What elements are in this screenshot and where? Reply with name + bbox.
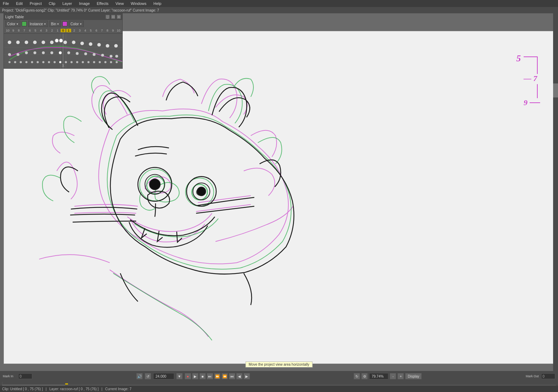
sound-button[interactable]: 🔊	[136, 373, 143, 379]
svg-point-64	[99, 61, 101, 63]
close-button[interactable]: ×	[117, 15, 121, 19]
zoom-in-button[interactable]: +	[397, 373, 404, 379]
light-table-graph: X	[4, 33, 122, 68]
svg-point-30	[89, 42, 92, 46]
status-bar-top: Project: "DickFigures-song2" Clip: "Unti…	[0, 7, 558, 13]
svg-point-20	[16, 41, 20, 44]
minimize-button[interactable]: _	[106, 15, 110, 19]
svg-point-34	[8, 53, 11, 56]
goto-end-button[interactable]: ⏭	[207, 373, 213, 379]
goto-start-button[interactable]: ⏮	[229, 373, 235, 379]
menu-windows[interactable]: Windows	[129, 1, 148, 6]
menu-file[interactable]: File	[1, 1, 11, 6]
step-back-button[interactable]: ◀	[236, 373, 243, 379]
color-dropdown[interactable]: Color ▼	[5, 21, 20, 27]
frame-forward-button[interactable]: ⏩	[214, 373, 220, 379]
frame-7-neg: 7	[22, 29, 27, 32]
color2-dropdown[interactable]: Color ▼	[69, 21, 84, 27]
stop-icon: ■	[202, 374, 204, 378]
svg-point-45	[101, 54, 104, 56]
menu-view[interactable]: View	[114, 1, 125, 6]
svg-point-49	[14, 61, 16, 63]
color-swatch-purple[interactable]	[62, 21, 67, 26]
tooltip-text: Move the project view area horizontally	[249, 363, 309, 366]
svg-point-37	[34, 51, 36, 54]
menu-bar: File Edit Project Clip Layer Image Effec…	[0, 0, 558, 7]
menu-effects[interactable]: Effects	[95, 1, 110, 6]
step-fwd-button[interactable]: ▶	[244, 373, 250, 379]
svg-point-40	[59, 51, 62, 54]
svg-point-31	[97, 43, 101, 47]
svg-point-56	[54, 61, 56, 63]
frame-4-pos: 4	[83, 29, 88, 32]
light-table-controls-group: _ □ ×	[106, 15, 121, 19]
svg-point-54	[42, 61, 45, 63]
color2-dropdown-arrow: ▼	[80, 23, 82, 25]
color-dropdown-arrow: ▼	[16, 23, 19, 25]
loop-icon: ↺	[147, 374, 149, 378]
svg-point-26	[59, 39, 63, 42]
mark-out-value[interactable]: 0	[541, 373, 555, 379]
frame-6-neg: 6	[27, 29, 32, 32]
mark-in-value[interactable]: 0	[18, 373, 32, 379]
menu-edit[interactable]: Edit	[15, 1, 24, 6]
menu-clip[interactable]: Clip	[47, 1, 57, 6]
svg-point-11	[197, 187, 206, 196]
svg-point-44	[93, 53, 96, 56]
frame-fwd-icon: ⏩	[215, 374, 219, 378]
settings-button[interactable]: ⚙	[361, 373, 368, 379]
fps-display[interactable]: 24.000	[153, 373, 174, 379]
stop-button[interactable]: ■	[199, 373, 206, 379]
fps-dropdown-btn[interactable]: ▼	[176, 373, 183, 379]
instance-dropdown[interactable]: Instance ▼	[28, 21, 48, 27]
svg-point-46	[110, 55, 113, 58]
svg-point-29	[80, 42, 84, 45]
svg-point-62	[87, 61, 89, 63]
svg-point-32	[106, 44, 109, 48]
tooltip: Move the project view area horizontally	[246, 361, 313, 367]
bin-dropdown[interactable]: Bin ▼	[49, 21, 61, 27]
svg-point-42	[76, 52, 79, 55]
frame-10-neg: 10	[5, 29, 10, 32]
status-current-image: Current Image: 7	[105, 387, 131, 391]
color-swatch-green[interactable]	[22, 21, 27, 26]
mark-out-label: Mark Out	[526, 374, 540, 378]
refresh-button[interactable]: ↻	[354, 373, 360, 379]
mark-in-label: Mark In	[3, 374, 17, 378]
frame-numbers-row: 10 9 8 7 6 5 4 3 2 1 0 1 2 3 4 5 6 7 8 9…	[4, 28, 122, 33]
scrollbar-right[interactable]	[553, 13, 558, 371]
frame-back-icon: ⏪	[223, 374, 227, 378]
record-button[interactable]: ●	[185, 373, 191, 379]
maximize-button[interactable]: □	[111, 15, 115, 19]
play-button[interactable]: ▶	[192, 373, 198, 379]
svg-point-66	[110, 61, 112, 63]
menu-layer[interactable]: Layer	[61, 1, 74, 6]
frame-0: 0	[61, 29, 66, 32]
light-table-titlebar: Light Table _ □ ×	[4, 14, 122, 20]
status-text-top: Project: "DickFigures-song2" Clip: "Unti…	[2, 8, 159, 12]
frame-back-button[interactable]: ⏪	[222, 373, 228, 379]
svg-point-23	[42, 41, 45, 44]
svg-point-8	[150, 179, 160, 190]
status-layer: Layer: raccoon-ruf [ 0 , 75 (76) ]	[49, 387, 99, 391]
bin-label: Bin	[51, 22, 56, 26]
scrollbar-right-thumb[interactable]	[553, 83, 558, 97]
loop-button[interactable]: ↺	[145, 373, 151, 379]
zoom-out-button[interactable]: -	[390, 373, 396, 379]
menu-project[interactable]: Project	[28, 1, 43, 6]
svg-point-60	[76, 61, 78, 63]
light-table-title: Light Table	[5, 15, 24, 19]
svg-point-61	[82, 61, 84, 63]
menu-help[interactable]: Help	[152, 1, 163, 6]
svg-point-63	[93, 61, 95, 63]
frame-9-neg: 9	[11, 29, 16, 32]
svg-point-38	[42, 51, 45, 54]
frame-7-pos: 7	[100, 29, 104, 32]
frame-1-neg: 1	[55, 29, 60, 32]
svg-point-41	[67, 51, 70, 54]
frame-8-neg: 8	[16, 29, 21, 32]
svg-point-65	[104, 61, 107, 63]
sound-icon: 🔊	[137, 374, 142, 378]
display-button[interactable]: Display	[405, 373, 422, 379]
menu-image[interactable]: Image	[77, 1, 91, 6]
